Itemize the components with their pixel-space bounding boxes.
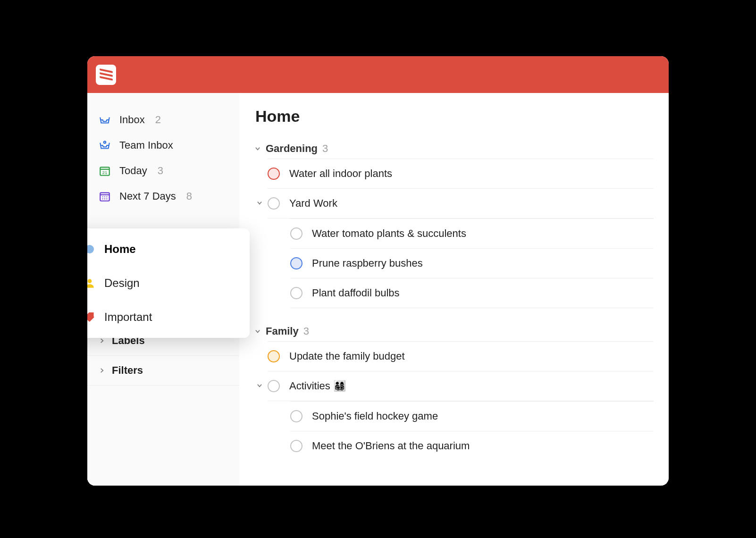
chevron-right-icon	[99, 337, 105, 344]
task-label: Water all indoor plants	[289, 168, 392, 180]
nav-count: 3	[158, 165, 163, 177]
person-icon	[87, 277, 96, 289]
svg-point-9	[106, 198, 107, 199]
section-name: Family	[266, 325, 299, 337]
task-row[interactable]: Plant daffodil bulbs	[290, 278, 654, 308]
task-checkbox-icon[interactable]	[268, 197, 280, 210]
section-label: Filters	[112, 364, 143, 377]
main-content: Home Gardening 3 Water all indoor plants	[239, 93, 669, 486]
section-count: 3	[322, 143, 328, 155]
section-family: Family 3 Update the family budget Activi…	[254, 325, 654, 461]
task-checkbox-icon[interactable]	[290, 257, 302, 269]
nav-label: Inbox	[119, 114, 145, 126]
task-checkbox-icon[interactable]	[290, 440, 302, 452]
popup-item-important[interactable]: Important	[87, 300, 250, 334]
chevron-down-icon[interactable]	[256, 200, 263, 206]
svg-point-0	[104, 141, 106, 143]
sidebar-item-next7days[interactable]: Next 7 Days 8	[87, 184, 239, 209]
popup-label: Home	[104, 243, 136, 256]
task-checkbox-icon[interactable]	[290, 227, 302, 240]
page-title: Home	[254, 107, 654, 126]
task-checkbox-icon[interactable]	[290, 287, 302, 299]
popup-label: Design	[104, 277, 140, 290]
favorites-popup: Home Design Important	[87, 228, 250, 338]
popup-item-design[interactable]: Design	[87, 266, 250, 300]
team-inbox-icon	[99, 139, 111, 151]
task-label: Water tomato plants & succulents	[312, 227, 466, 240]
task-label: Sophie's field hockey game	[312, 410, 438, 422]
nav-label: Team Inbox	[119, 139, 173, 151]
inbox-icon	[99, 114, 111, 126]
svg-text:21: 21	[102, 170, 108, 175]
task-label: Activities 👨‍👩‍👧‍👦	[289, 380, 346, 392]
sidebar-section-filters[interactable]: Filters	[87, 356, 239, 386]
calendar-today-icon: 21	[99, 165, 111, 177]
sidebar-item-team-inbox[interactable]: Team Inbox	[87, 133, 239, 158]
section-header[interactable]: Family 3	[254, 325, 654, 337]
section-count: 3	[303, 325, 309, 337]
nav-count: 8	[186, 190, 192, 202]
chevron-down-icon	[254, 145, 261, 152]
task-label: Prune raspberry bushes	[312, 257, 423, 269]
task-label: Meet the O'Briens at the aquarium	[312, 440, 470, 452]
nav-count: 2	[155, 114, 161, 126]
task-row[interactable]: Activities 👨‍👩‍👧‍👦	[268, 371, 654, 401]
section-name: Gardening	[266, 143, 318, 155]
svg-point-10	[88, 279, 92, 283]
section-header[interactable]: Gardening 3	[254, 143, 654, 155]
task-checkbox-icon[interactable]	[268, 350, 280, 362]
nav-label: Next 7 Days	[119, 190, 176, 202]
chevron-down-icon[interactable]	[256, 382, 263, 389]
task-row[interactable]: Prune raspberry bushes	[290, 248, 654, 278]
calendar-week-icon	[99, 190, 111, 202]
section-gardening: Gardening 3 Water all indoor plants Yard…	[254, 143, 654, 308]
task-row[interactable]: Sophie's field hockey game	[290, 401, 654, 431]
sidebar-item-today[interactable]: 21 Today 3	[87, 158, 239, 184]
task-row[interactable]: Yard Work	[268, 188, 654, 219]
app-window: Inbox 2 Team Inbox 21	[87, 56, 669, 486]
task-row[interactable]: Water all indoor plants	[268, 159, 654, 188]
header-bar	[87, 56, 669, 93]
svg-point-7	[102, 198, 103, 199]
svg-point-8	[104, 198, 105, 199]
svg-point-6	[106, 196, 107, 197]
sidebar-item-inbox[interactable]: Inbox 2	[87, 107, 239, 133]
project-dot-icon	[87, 243, 96, 255]
svg-point-4	[102, 196, 103, 197]
task-row[interactable]: Meet the O'Briens at the aquarium	[290, 431, 654, 461]
app-logo-icon[interactable]	[96, 65, 116, 85]
nav-label: Today	[119, 165, 147, 177]
task-checkbox-icon[interactable]	[268, 168, 280, 180]
popup-label: Important	[104, 311, 152, 324]
task-row[interactable]: Update the family budget	[268, 341, 654, 371]
task-checkbox-icon[interactable]	[268, 380, 280, 392]
task-label: Yard Work	[289, 197, 337, 210]
task-label: Plant daffodil bulbs	[312, 287, 400, 299]
popup-item-home[interactable]: Home	[87, 232, 250, 266]
chevron-right-icon	[99, 367, 105, 374]
task-row[interactable]: Water tomato plants & succulents	[290, 219, 654, 248]
task-label: Update the family budget	[289, 350, 405, 362]
svg-point-5	[104, 196, 105, 197]
task-checkbox-icon[interactable]	[290, 410, 302, 422]
chevron-down-icon	[254, 328, 261, 335]
tag-icon	[87, 311, 96, 323]
